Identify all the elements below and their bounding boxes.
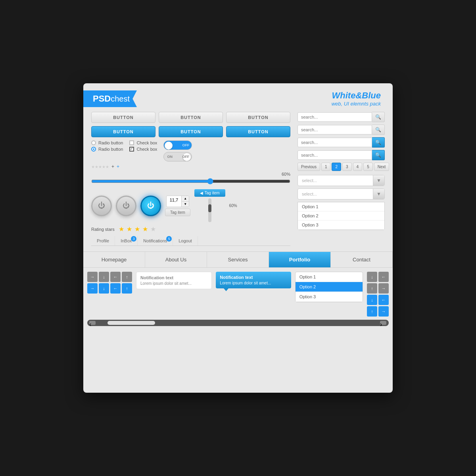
- page-4[interactable]: 4: [353, 163, 363, 171]
- tag-blue-area: ◀ Tag item: [194, 189, 225, 222]
- power-button-blue[interactable]: ⏻: [140, 196, 161, 216]
- select-arrow-1[interactable]: ▼: [373, 175, 384, 186]
- arrow-left-gray[interactable]: ←: [110, 272, 121, 282]
- toggle-off-label-1: OFF: [182, 143, 189, 147]
- page-2[interactable]: 2: [332, 163, 341, 171]
- search-input-3[interactable]: [298, 138, 372, 147]
- header: PSDchest White&Blue web, UI elemnts pack: [83, 83, 393, 112]
- checkbox-1[interactable]: [129, 140, 134, 145]
- checkbox-2[interactable]: [129, 147, 134, 152]
- search-input-2[interactable]: [298, 125, 372, 134]
- nav-portfolio[interactable]: Portfolio: [269, 252, 331, 267]
- radio-item-1[interactable]: Radio button: [91, 140, 123, 145]
- tab-notifications[interactable]: Notifications 5: [138, 236, 173, 246]
- right-arr-left-1[interactable]: ←: [378, 272, 389, 282]
- bottom-option-3[interactable]: Option 3: [296, 292, 363, 302]
- bottom-option-2[interactable]: Option 2: [296, 282, 363, 292]
- arrow-down-gray[interactable]: ↓: [99, 272, 109, 282]
- select-box-2[interactable]: select... ▼: [298, 188, 385, 200]
- star-4[interactable]: ★: [142, 225, 148, 233]
- tab-inbox[interactable]: InBox 3: [115, 236, 138, 246]
- arrow-up-blue[interactable]: ↑: [122, 283, 132, 294]
- pct-label-2: 60%: [229, 203, 237, 208]
- nav-contact[interactable]: Contact: [331, 252, 393, 267]
- spinner-up[interactable]: ▲: [182, 196, 189, 202]
- radio-circle-2[interactable]: [91, 147, 96, 152]
- option-1[interactable]: Option 1: [298, 202, 384, 211]
- star-5[interactable]: ★: [150, 225, 156, 233]
- gray-button-3[interactable]: BUTTON: [226, 112, 290, 123]
- spinner-down[interactable]: ▼: [182, 202, 189, 207]
- radio-circle-1[interactable]: [91, 140, 96, 145]
- right-arrows: ↓ ← ↑ → ↓ ← ↑ →: [367, 272, 389, 317]
- star-3[interactable]: ★: [134, 225, 140, 233]
- option-3[interactable]: Option 3: [298, 221, 384, 230]
- page-1[interactable]: 1: [321, 163, 331, 171]
- toggle-on[interactable]: ON OFF: [163, 140, 192, 150]
- arrow-right-gray[interactable]: →: [87, 272, 98, 282]
- search-button-2[interactable]: 🔍: [372, 125, 385, 135]
- radio-item-2[interactable]: Radio button: [91, 147, 123, 152]
- blue-button-2[interactable]: BUTTON: [159, 126, 223, 137]
- bottom-option-1[interactable]: Option 1: [296, 272, 363, 282]
- power-button-gray-2[interactable]: ⏻: [116, 196, 136, 216]
- notif-blue-body: Lorem ipsum dolor sit amet...: [220, 281, 287, 285]
- nav-services[interactable]: Services: [207, 252, 269, 267]
- arrow-down-blue[interactable]: ↓: [99, 283, 109, 294]
- nav-homepage[interactable]: Homepage: [83, 252, 145, 267]
- gray-button-1[interactable]: BUTTON: [91, 112, 155, 123]
- scroll-arrow-left[interactable]: ‹: [89, 321, 96, 325]
- search-input-1[interactable]: [298, 112, 372, 122]
- blue-button-1[interactable]: BUTTON: [91, 126, 155, 137]
- slider-horizontal[interactable]: [91, 178, 290, 184]
- select-arrow-2[interactable]: ▼: [373, 189, 384, 199]
- search-button-3[interactable]: 🔍: [372, 137, 385, 148]
- notification-blue: Notification text Lorem ipsum dolor sit …: [216, 272, 291, 288]
- nav-about[interactable]: About Us: [145, 252, 207, 267]
- vertical-track: [208, 198, 211, 222]
- tab-logout[interactable]: Logout: [173, 236, 198, 246]
- right-arr-up-1[interactable]: ↑: [367, 283, 377, 294]
- right-arr-right-blue[interactable]: →: [378, 306, 389, 317]
- search-button-1[interactable]: 🔍: [372, 112, 385, 122]
- arrow-left-blue[interactable]: ←: [110, 283, 121, 294]
- radio-label-1: Radio button: [98, 140, 123, 145]
- star-1[interactable]: ★: [119, 225, 124, 233]
- search-input-4[interactable]: [298, 150, 372, 160]
- checkbox-item-1[interactable]: Check box: [129, 140, 157, 145]
- option-2[interactable]: Option 2: [298, 211, 384, 221]
- bottom-option-list: Option 1 Option 2 Option 3: [295, 272, 363, 302]
- star-2[interactable]: ★: [127, 225, 132, 233]
- gray-button-2[interactable]: BUTTON: [159, 112, 223, 123]
- select-label-1: select...: [298, 176, 373, 185]
- right-arr-left-blue[interactable]: ←: [378, 295, 389, 305]
- scrollbar-horizontal[interactable]: ‹ ›: [87, 320, 389, 326]
- search-button-4[interactable]: 🔍: [372, 150, 385, 160]
- tag-item-blue[interactable]: ◀ Tag item: [194, 189, 225, 197]
- arrow-row-gray: → ↓ ← ↑: [87, 272, 132, 282]
- next-button[interactable]: Next: [374, 163, 390, 171]
- right-arr-down-blue[interactable]: ↓: [367, 295, 377, 305]
- slider-pct-label: 60%: [282, 172, 290, 177]
- blue-button-3[interactable]: BUTTON: [226, 126, 290, 137]
- arrow-right-blue[interactable]: →: [87, 283, 98, 294]
- content-area: BUTTON BUTTON BUTTON BUTTON BUTTON BUTTO…: [83, 112, 393, 251]
- logo-ribbon: PSDchest: [83, 90, 137, 107]
- page-3[interactable]: 3: [342, 163, 352, 171]
- right-arr-right-1[interactable]: →: [378, 283, 389, 294]
- radio-column: Radio button Radio button: [91, 140, 123, 152]
- prev-button[interactable]: Previous: [298, 163, 320, 171]
- checkbox-item-2[interactable]: Check box: [129, 147, 157, 152]
- checkbox-column: Check box Check box: [129, 140, 157, 152]
- right-arr-down-1[interactable]: ↓: [367, 272, 377, 282]
- page-5[interactable]: 5: [363, 163, 373, 171]
- select-box-1[interactable]: select... ▼: [298, 175, 385, 186]
- toggle-knob-on: [165, 142, 173, 150]
- toggle-off[interactable]: ON OFF: [163, 152, 192, 161]
- main-card: PSDchest White&Blue web, UI elemnts pack…: [83, 83, 393, 393]
- right-arr-up-blue[interactable]: ↑: [367, 306, 377, 317]
- arrow-up-gray[interactable]: ↑: [122, 272, 132, 282]
- power-button-gray-1[interactable]: ⏻: [91, 196, 112, 216]
- tab-profile[interactable]: Profile: [91, 236, 115, 246]
- scroll-arrow-right[interactable]: ›: [380, 321, 386, 325]
